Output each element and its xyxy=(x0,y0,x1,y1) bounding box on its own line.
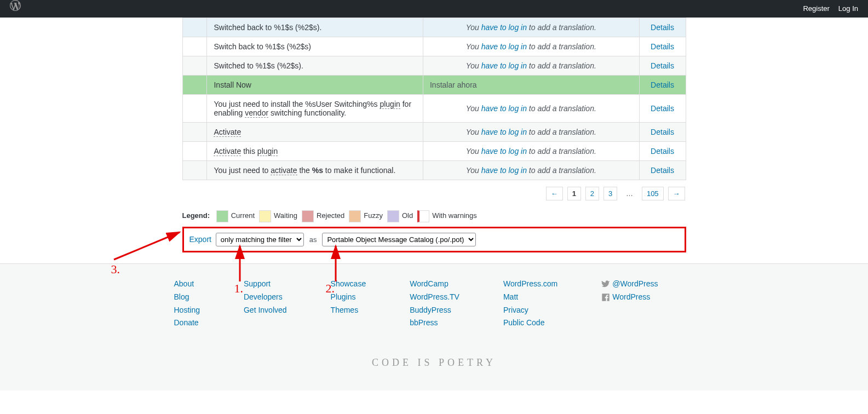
actions-cell: Details xyxy=(639,18,686,37)
footer-column: SupportDevelopersGet Involved xyxy=(244,278,287,330)
details-link[interactable]: Details xyxy=(651,81,674,89)
footer-link[interactable]: Donate xyxy=(174,318,199,327)
source-string: Activate xyxy=(207,123,423,142)
footer-link[interactable]: About xyxy=(174,279,194,288)
details-link[interactable]: Details xyxy=(651,23,674,32)
details-link[interactable]: Details xyxy=(651,61,674,70)
footer-link[interactable]: Showcase xyxy=(331,279,366,288)
footer-column: @WordPressWordPress xyxy=(601,278,658,330)
legend: Legend: CurrentWaitingRejectedFuzzyOldWi… xyxy=(182,210,686,222)
legend-item-text: With warnings xyxy=(432,211,477,220)
legend-swatch xyxy=(302,210,314,222)
actions-cell: Details xyxy=(639,142,686,161)
details-link[interactable]: Details xyxy=(651,104,674,113)
footer-column: WordPress.comMattPrivacyPublic Code xyxy=(503,278,557,330)
actions-cell: Details xyxy=(639,76,686,95)
legend-item-text: Fuzzy xyxy=(364,211,383,220)
admin-bar: Register Log In xyxy=(0,0,868,18)
translation-cell: You have to log in to add a translation. xyxy=(423,18,639,37)
source-string: You just need to install the %sUser Swit… xyxy=(207,95,423,123)
table-row: You just need to activate the %s to make… xyxy=(182,161,686,180)
login-to-translate-link[interactable]: have to log in xyxy=(481,128,527,136)
page-prev[interactable]: ← xyxy=(546,187,563,200)
footer-link[interactable]: Themes xyxy=(331,306,359,314)
source-string: Switch back to %1$s (%2$s) xyxy=(207,37,423,56)
export-link[interactable]: Export xyxy=(189,235,211,244)
login-to-translate-link[interactable]: have to log in xyxy=(481,23,527,32)
svg-line-0 xyxy=(114,232,180,260)
export-toolbar: Export only matching the filter as Porta… xyxy=(182,227,686,252)
footer-link[interactable]: Public Code xyxy=(503,318,545,327)
source-string: Switched to %1$s (%2$s). xyxy=(207,56,423,76)
site-footer: AboutBlogHostingDonateSupportDevelopersG… xyxy=(0,263,868,390)
login-to-translate-link[interactable]: have to log in xyxy=(481,42,527,51)
details-link[interactable]: Details xyxy=(651,42,674,51)
login-to-translate-link[interactable]: have to log in xyxy=(481,104,527,113)
table-row: ActivateYou have to log in to add a tran… xyxy=(182,123,686,142)
legend-item-text: Rejected xyxy=(317,211,344,220)
footer-link[interactable]: WordCamp xyxy=(410,279,449,288)
translations-table: Switched back to %1$s (%2$s).You have to… xyxy=(182,18,686,180)
row-priority xyxy=(182,95,207,123)
translation-cell: You have to log in to add a translation. xyxy=(423,123,639,142)
footer-link[interactable]: Get Involved xyxy=(244,306,287,314)
legend-swatch xyxy=(216,210,228,222)
register-link[interactable]: Register xyxy=(798,0,833,18)
table-row: Activate this pluginYou have to log in t… xyxy=(182,142,686,161)
table-row: You just need to install the %sUser Swit… xyxy=(182,95,686,123)
login-to-translate-link[interactable]: have to log in xyxy=(481,166,527,175)
actions-cell: Details xyxy=(639,161,686,180)
login-to-translate-link[interactable]: have to log in xyxy=(481,147,527,156)
twitter-icon xyxy=(601,280,610,289)
row-priority xyxy=(182,123,207,142)
main-content: Switched back to %1$s (%2$s).You have to… xyxy=(182,0,686,252)
export-scope-select[interactable]: only matching the filter xyxy=(216,233,304,246)
page-3[interactable]: 3 xyxy=(603,187,617,200)
page-next[interactable]: → xyxy=(668,187,685,200)
footer-link[interactable]: Matt xyxy=(503,292,518,301)
details-link[interactable]: Details xyxy=(651,128,674,136)
source-string: Install Now xyxy=(207,76,423,95)
footer-tagline: Code is Poetry xyxy=(0,357,868,369)
actions-cell: Details xyxy=(639,37,686,56)
page-2[interactable]: 2 xyxy=(585,187,599,200)
table-row: Switched back to %1$s (%2$s).You have to… xyxy=(182,18,686,37)
legend-swatch xyxy=(387,210,399,222)
row-priority xyxy=(182,37,207,56)
export-format-select[interactable]: Portable Object Message Catalog (.po/.po… xyxy=(322,233,476,246)
footer-link[interactable]: Developers xyxy=(244,292,283,301)
facebook-icon xyxy=(601,293,610,302)
wp-logo-link[interactable] xyxy=(5,0,25,18)
footer-link[interactable]: Support xyxy=(244,279,271,288)
details-link[interactable]: Details xyxy=(651,147,674,156)
translation-cell: You have to log in to add a translation. xyxy=(423,37,639,56)
footer-link[interactable]: Privacy xyxy=(503,306,528,314)
footer-link[interactable]: Hosting xyxy=(174,306,200,314)
page-last[interactable]: 105 xyxy=(642,187,664,200)
footer-link[interactable]: BuddyPress xyxy=(410,306,451,314)
social-link[interactable]: @WordPress xyxy=(601,279,658,288)
translation-cell: You have to log in to add a translation. xyxy=(423,56,639,76)
footer-link[interactable]: Plugins xyxy=(331,292,356,301)
footer-link[interactable]: Blog xyxy=(174,292,189,301)
footer-link[interactable]: bbPress xyxy=(410,318,438,327)
translation-cell: You have to log in to add a translation. xyxy=(423,161,639,180)
actions-cell: Details xyxy=(639,95,686,123)
footer-link[interactable]: WordPress.TV xyxy=(410,292,459,301)
row-priority xyxy=(182,161,207,180)
translation-cell: You have to log in to add a translation. xyxy=(423,95,639,123)
page-dots: … xyxy=(622,187,637,200)
login-link[interactable]: Log In xyxy=(834,0,863,18)
row-priority xyxy=(182,76,207,95)
legend-swatch xyxy=(259,210,271,222)
login-to-translate-link[interactable]: have to log in xyxy=(481,61,527,70)
details-link[interactable]: Details xyxy=(651,166,674,175)
footer-link[interactable]: WordPress.com xyxy=(503,279,557,288)
source-string: Activate this plugin xyxy=(207,142,423,161)
table-row: Switched to %1$s (%2$s).You have to log … xyxy=(182,56,686,76)
legend-swatch xyxy=(349,210,361,222)
social-link[interactable]: WordPress xyxy=(601,292,650,301)
export-as-label: as xyxy=(309,235,317,244)
pagination: ← 1 2 3 … 105 → xyxy=(182,187,686,200)
legend-item-text: Current xyxy=(231,211,255,220)
